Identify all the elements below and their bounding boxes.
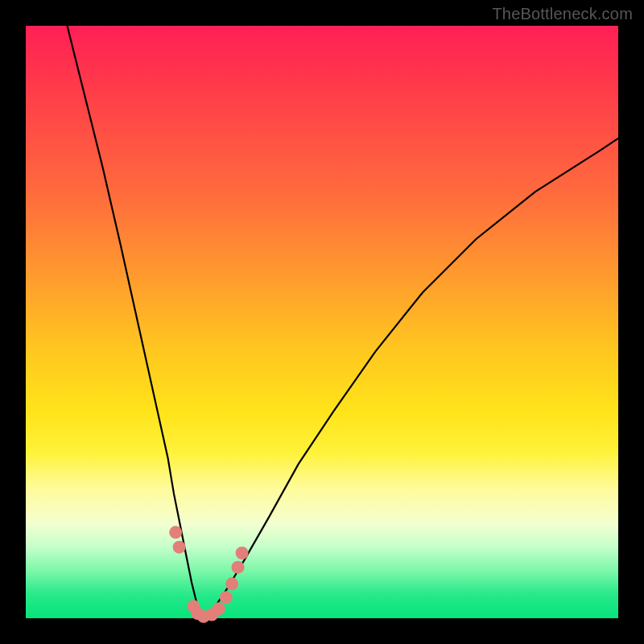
marker-point — [173, 541, 186, 554]
marker-point — [225, 577, 238, 590]
curve-layer — [26, 26, 618, 618]
marker-point — [220, 591, 233, 604]
marker-point — [232, 561, 245, 574]
chart-frame: TheBottleneck.com — [0, 0, 644, 644]
marker-point — [213, 602, 225, 615]
curve-left-branch — [68, 26, 204, 618]
curve-right-branch — [204, 138, 618, 618]
marker-point — [169, 526, 182, 539]
plot-area — [26, 26, 618, 618]
bottleneck-curve — [68, 26, 619, 618]
watermark-text: TheBottleneck.com — [492, 5, 633, 23]
marker-point — [236, 547, 249, 559]
